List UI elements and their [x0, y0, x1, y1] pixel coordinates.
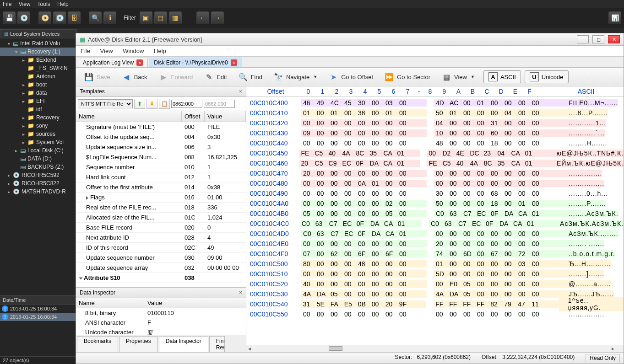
chart-icon[interactable]: 📊 — [608, 11, 621, 24]
goto-offset-button[interactable]: ➤Go to Offset — [323, 70, 378, 84]
device-tree[interactable]: ▾🖴Intel Raid 0 Volu▾🖴Recovery (1:)▸📁$Ext… — [0, 38, 77, 295]
forward-button[interactable]: ▶Forward — [153, 70, 198, 84]
tree-item[interactable]: ▸📁System Vol — [0, 138, 77, 146]
hex-row[interactable]: 00C010C410010001003800010050010000000400… — [250, 108, 624, 118]
save-button[interactable]: 💾Save — [79, 70, 115, 84]
hex-row[interactable]: 00C010C4B00500000000000500C063C7EC0FDACA… — [250, 209, 624, 219]
table-row[interactable]: Attribute $10038 — [76, 273, 246, 283]
tree-item[interactable]: ▸💿RICOHR5C822 — [0, 179, 77, 187]
menu-file[interactable]: File — [81, 48, 90, 54]
close-icon[interactable]: × — [231, 59, 237, 66]
offset-input-1[interactable] — [171, 100, 202, 108]
search-icon[interactable]: 🔍 — [89, 11, 102, 24]
edit-button[interactable]: ✎Edit — [199, 70, 232, 84]
horizontal-scrollbar[interactable]: ◄ ► — [246, 345, 624, 352]
tree-item[interactable]: ▸📁Recovery — [0, 113, 77, 122]
table-row[interactable]: Unicode character䥆 — [76, 327, 246, 335]
tab-disk-editor[interactable]: Disk Editor - \\.\PhysicalDrive0× — [149, 58, 242, 67]
hex-row[interactable]: 00C010C40046494C45300003004DAC0001000000… — [250, 98, 624, 108]
tree-item[interactable]: ▸📁sony — [0, 122, 77, 130]
maximize-button[interactable]: ◻ — [592, 35, 604, 43]
back-button[interactable]: ◀Back — [116, 70, 152, 84]
hex-row[interactable]: 00C010C540315EFAE50B00209FFFFFFFFF827947… — [250, 299, 624, 309]
hex-row[interactable]: 00C010C520400000000000000000E00500000000… — [250, 279, 624, 289]
table-row[interactable]: Update sequence array03200 00 00 00 — [76, 263, 246, 273]
close-icon[interactable]: × — [136, 59, 143, 66]
tree-item[interactable]: ▸🖴Local Disk (C:) — [0, 146, 77, 155]
hex-row[interactable]: 00C010C51000000000000000005D000000000000… — [250, 269, 624, 279]
table-row[interactable]: Hard link count0121 — [76, 172, 246, 182]
up-button[interactable]: ⬆ — [134, 99, 145, 109]
tree-item[interactable]: 🖴BACKUPS (Z:) — [0, 163, 77, 171]
tab-data-inspector[interactable]: Data Inspector — [159, 336, 208, 352]
close-icon[interactable]: × — [239, 88, 242, 95]
template-select[interactable]: NTFS MFT File Re — [78, 99, 133, 108]
tab-log-view[interactable]: Application Log View× — [78, 58, 148, 67]
disk-icon[interactable]: 💾 — [3, 11, 16, 24]
close-button[interactable]: ✕ — [608, 35, 620, 43]
log-item[interactable]: !2013-01-25 16:00:34 — [0, 313, 77, 321]
hex-row[interactable]: 00C010C470200000000000000000000000000000… — [250, 168, 624, 178]
table-row[interactable]: Signature (must be 'FILE')000FILE — [76, 122, 246, 132]
window-titlebar[interactable]: ▦ Active@ Disk Editor 2.1 [Freeware Vers… — [76, 33, 624, 46]
close-icon[interactable]: × — [239, 289, 242, 296]
table-row[interactable]: Flags01601 00 — [76, 193, 246, 203]
menu-view[interactable]: View — [100, 48, 113, 54]
tree-item[interactable]: ▸📁sources — [0, 130, 77, 138]
templates-grid[interactable]: NameOffsetValue Signature (must be 'FILE… — [76, 111, 246, 287]
tree-item[interactable]: ▾🖴Intel Raid 0 Volu — [0, 39, 77, 48]
table-row[interactable]: Allocated size of the FIL...01C1,024 — [76, 213, 246, 223]
back-icon[interactable]: ← — [196, 11, 209, 24]
find-button[interactable]: 🔍Find — [233, 70, 267, 84]
ascii-encoding-button[interactable]: AASCII — [483, 70, 521, 83]
hex-row[interactable]: 00C010C490000000000000000030000000680000… — [250, 188, 624, 198]
info-icon[interactable]: ℹ — [103, 11, 116, 24]
table-row[interactable]: 8 bit, binary01000110 — [76, 308, 246, 318]
tree-item[interactable]: ▸📁boot — [0, 80, 77, 89]
filter-icon[interactable]: ▤ — [154, 11, 167, 24]
disk-icon[interactable]: 💿 — [17, 11, 30, 24]
table-row[interactable]: Real size of the FILE rec...018336 — [76, 203, 246, 213]
hex-row[interactable]: 00C010C4C0C063C7EC0FDACA01C063C7EC0FDACA… — [250, 219, 624, 229]
tab-properties[interactable]: Properties — [119, 336, 158, 352]
copy-button[interactable]: 📋 — [159, 99, 170, 109]
hex-row[interactable]: 00C010C550000000000000000000000000000000… — [250, 309, 624, 319]
menu-help[interactable]: Help — [57, 1, 69, 7]
tree-item[interactable]: ▸💿RICOHR5C592 — [0, 171, 77, 179]
tree-item[interactable]: 📁Autorun — [0, 72, 77, 80]
hex-view[interactable]: Offset 01234567-89ABCDEF ASCII 00C010C40… — [246, 86, 624, 352]
disk-icon[interactable]: 🗄 — [68, 11, 81, 24]
tree-item[interactable]: ▾🖴Recovery (1:) — [0, 48, 77, 56]
tree-item[interactable]: ▸📁$Extend — [0, 56, 77, 64]
hex-row[interactable]: 00C010C420000000000000000004000000310000… — [250, 118, 624, 128]
tree-item[interactable]: 📁idf — [0, 105, 77, 113]
table-row[interactable]: ID of this record02C49 — [76, 243, 246, 253]
minimize-button[interactable]: — — [577, 35, 589, 43]
menu-view[interactable]: View — [19, 1, 31, 7]
menu-file[interactable]: File — [3, 1, 11, 7]
navigate-button[interactable]: 🔭Navigate▼ — [268, 70, 322, 84]
down-button[interactable]: ⬇ — [147, 99, 157, 109]
hex-row[interactable]: 00C010C46020C5C9EC0FDACA01FEC5404A8C35CA… — [250, 158, 624, 168]
table-row[interactable]: $LogFile Sequence Num...00816,821,325 — [76, 152, 246, 162]
hex-row[interactable]: 00C010C500800000004800000001000000000003… — [250, 259, 624, 269]
view-button[interactable]: ▦View▼ — [436, 70, 480, 84]
hex-row[interactable]: 00C010C4F0070062006F006F0074006D00670072… — [250, 249, 624, 259]
menu-window[interactable]: Window — [123, 48, 144, 54]
tab-find-results[interactable]: Find Results — [209, 336, 225, 352]
log-item[interactable]: !2013-01-25 16:00:34 — [0, 305, 77, 313]
tree-item[interactable]: ▸📁data — [0, 89, 77, 97]
tree-item[interactable]: 🖴DATA (D:) — [0, 155, 77, 163]
forward-icon[interactable]: → — [211, 11, 224, 24]
offset-input-2[interactable] — [204, 100, 235, 108]
filter-icon[interactable]: ▥ — [169, 11, 182, 24]
table-row[interactable]: Next attribute ID0284 — [76, 233, 246, 243]
hex-row[interactable]: 00C010C440000000000000000048000000180000… — [250, 138, 624, 148]
tab-bookmarks[interactable]: Bookmarks — [77, 336, 118, 352]
table-row[interactable]: Offset to the update seq...0040x30 — [76, 132, 246, 142]
hex-row[interactable]: 00C010C4A0000000000000020050000000180001… — [250, 198, 624, 209]
tree-item[interactable]: ▸📁EFI — [0, 97, 77, 105]
hex-row[interactable]: 00C010C4D0C063C7EC0FDACA0100000000000000… — [250, 229, 624, 239]
disk-icon[interactable]: 💽 — [53, 11, 66, 24]
hex-row[interactable]: 00C010C4E0000000000000000020000000000000… — [250, 239, 624, 249]
